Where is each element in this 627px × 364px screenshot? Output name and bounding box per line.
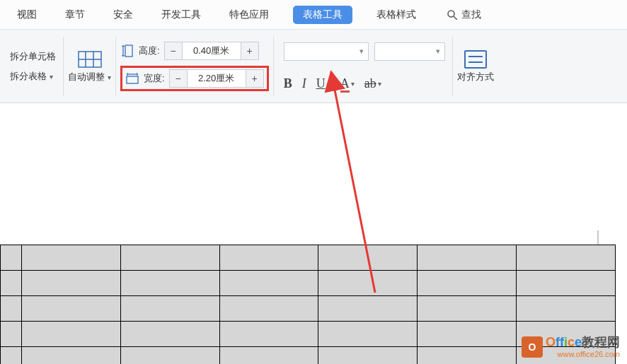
alignment-button[interactable]: 对齐方式	[453, 37, 507, 96]
highlight-button[interactable]: ab▾	[364, 76, 381, 91]
tab-view[interactable]: 视图	[13, 6, 41, 24]
width-label: 宽度:	[144, 72, 165, 85]
font-color-button[interactable]: A▾	[340, 76, 355, 91]
tab-table-style[interactable]: 表格样式	[372, 6, 420, 24]
height-label: 高度:	[139, 45, 160, 57]
tab-section[interactable]: 章节	[61, 6, 89, 24]
svg-rect-8	[127, 76, 138, 83]
ribbon-toolbar: 拆分单元格 拆分表格 ▾ 自动调整 ▾ 高度: −	[0, 30, 627, 103]
alignment-icon	[462, 49, 489, 69]
underline-button[interactable]: U▾	[316, 76, 330, 91]
dimensions-group: 高度: − + 宽度: − +	[116, 37, 274, 96]
width-plus-button[interactable]: +	[246, 69, 264, 88]
chevron-down-icon: ▾	[108, 74, 111, 81]
width-input[interactable]	[188, 69, 246, 88]
chevron-down-icon: ▾	[359, 47, 364, 56]
svg-point-0	[448, 11, 454, 17]
height-minus-button[interactable]: −	[164, 42, 183, 60]
chevron-down-icon: ▾	[351, 80, 355, 88]
height-row: 高度: − +	[120, 42, 269, 60]
italic-button[interactable]: I	[302, 76, 306, 91]
table-row	[1, 296, 616, 322]
tab-featured[interactable]: 特色应用	[225, 6, 273, 24]
table-icon	[76, 49, 103, 69]
size-select[interactable]: ▾	[374, 42, 445, 61]
chevron-down-icon: ▾	[436, 47, 440, 56]
width-row: 宽度: − +	[125, 69, 264, 88]
tab-developer[interactable]: 开发工具	[157, 6, 205, 24]
height-plus-button[interactable]: +	[241, 42, 259, 60]
tab-bar: 视图 章节 安全 开发工具 特色应用 表格工具 表格样式 查找	[0, 0, 627, 30]
width-stepper[interactable]: − +	[169, 69, 264, 88]
width-icon	[125, 71, 139, 86]
svg-line-1	[454, 16, 457, 20]
font-select[interactable]: ▾	[284, 42, 369, 61]
split-cells-button[interactable]: 拆分单元格	[10, 50, 56, 63]
svg-rect-6	[125, 45, 132, 57]
chevron-down-icon: ▾	[378, 80, 381, 88]
height-stepper[interactable]: − +	[164, 42, 259, 60]
split-group: 拆分单元格 拆分表格 ▾	[3, 37, 64, 96]
search-button[interactable]: 查找	[446, 8, 481, 21]
bold-button[interactable]: B	[284, 76, 292, 91]
height-input[interactable]	[183, 42, 241, 60]
auto-fit-button[interactable]: 自动调整 ▾	[64, 37, 116, 96]
search-icon	[446, 8, 459, 21]
watermark-title: Office教程网	[546, 336, 620, 350]
chevron-down-icon: ▾	[50, 73, 53, 81]
tab-security[interactable]: 安全	[109, 6, 137, 24]
table-row	[1, 271, 616, 296]
height-icon	[120, 44, 134, 58]
width-highlight: 宽度: − +	[120, 66, 269, 91]
width-minus-button[interactable]: −	[169, 69, 188, 88]
document-area[interactable]	[0, 103, 627, 364]
search-label: 查找	[461, 8, 481, 21]
table-row	[1, 245, 616, 271]
chevron-down-icon: ▾	[327, 80, 330, 88]
watermark: O Office教程网 www.office26.com	[522, 336, 620, 358]
split-table-button[interactable]: 拆分表格 ▾	[10, 70, 56, 83]
watermark-logo-icon: O	[522, 336, 543, 358]
tab-table-tools[interactable]: 表格工具	[293, 6, 352, 24]
watermark-url: www.office26.com	[546, 350, 620, 358]
format-group: ▾ ▾ B I U▾ A▾ ab▾	[274, 37, 453, 96]
